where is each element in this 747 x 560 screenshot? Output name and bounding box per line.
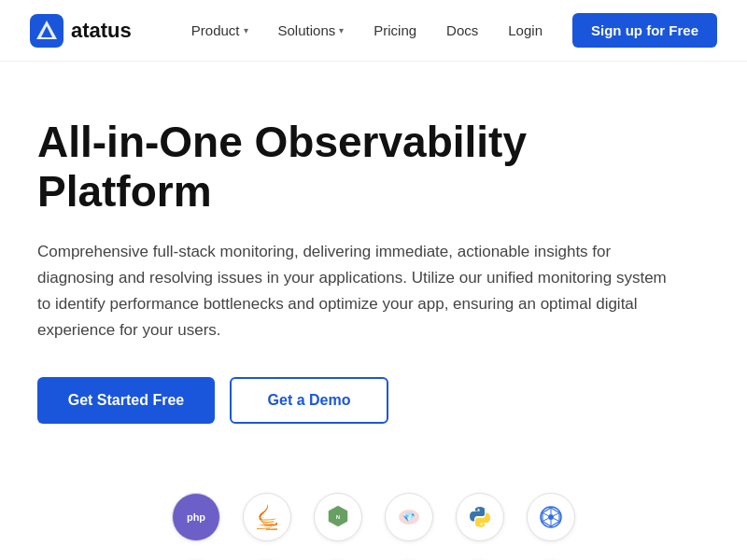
hero-description: Comprehensive full-stack monitoring, del… [37, 239, 672, 343]
logo-text: atatus [71, 19, 132, 43]
tech-icons-row1: php N [172, 493, 575, 541]
tech-icons-section: php N [0, 493, 747, 560]
kubernetes-icon [527, 493, 575, 541]
nav-links: Product ▾ Solutions ▾ Pricing Docs Login [176, 15, 557, 46]
svg-line-8 [554, 512, 559, 515]
php-icon: php [172, 493, 220, 541]
nav-product[interactable]: Product ▾ [176, 15, 263, 46]
svg-text:💎: 💎 [402, 511, 416, 524]
svg-line-9 [554, 518, 559, 521]
svg-line-12 [543, 512, 548, 515]
svg-text:N: N [336, 514, 340, 520]
get-started-button[interactable]: Get Started Free [37, 377, 215, 424]
nodejs-icon: N [314, 493, 362, 541]
signup-button[interactable]: Sign up for Free [572, 13, 717, 48]
chevron-down-icon: ▾ [244, 25, 248, 35]
get-demo-button[interactable]: Get a Demo [230, 377, 388, 424]
hero-title: All-in-One Observability Platform [37, 118, 672, 217]
hero-buttons: Get Started Free Get a Demo [37, 377, 672, 424]
nav-docs[interactable]: Docs [431, 15, 493, 46]
nav-login[interactable]: Login [493, 15, 557, 46]
nav-solutions[interactable]: Solutions ▾ [263, 15, 359, 46]
navbar: atatus Product ▾ Solutions ▾ Pricing Doc… [0, 0, 747, 62]
chevron-down-icon: ▾ [339, 25, 344, 35]
svg-line-11 [543, 518, 548, 521]
logo-link[interactable]: atatus [30, 14, 132, 48]
rails-icon: 💎 [385, 493, 433, 541]
hero-section: All-in-One Observability Platform Compre… [0, 62, 710, 493]
python-icon [456, 493, 504, 541]
java-icon [243, 493, 291, 541]
nav-pricing[interactable]: Pricing [359, 15, 431, 46]
svg-point-6 [548, 514, 554, 520]
logo-icon [30, 14, 63, 48]
